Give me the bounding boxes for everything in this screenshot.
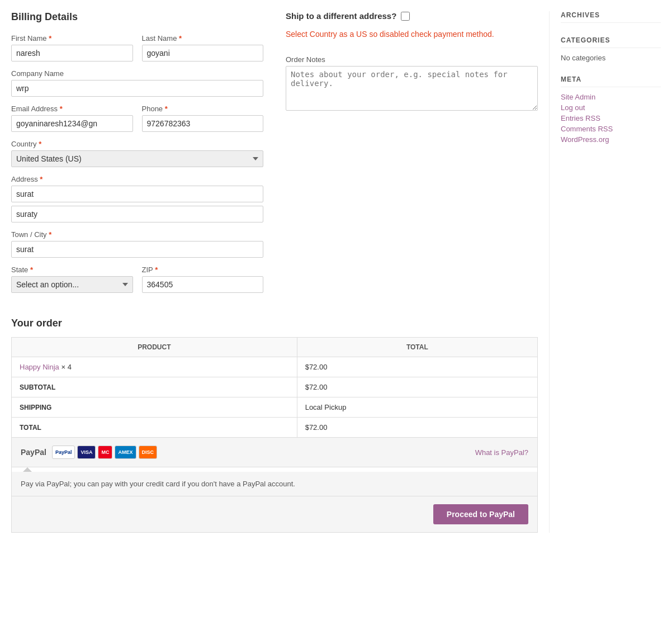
subtotal-row: SUBTOTAL $72.00 [12,377,538,397]
product-link[interactable]: Happy Ninja [20,363,59,371]
country-select[interactable]: United States (US) United Kingdom (UK) C… [11,150,263,167]
what-is-paypal-link[interactable]: What is PayPal? [475,448,528,457]
company-input[interactable] [11,80,263,97]
address1-input[interactable] [11,186,263,202]
first-name-input[interactable] [11,45,133,61]
product-qty: × 4 [61,363,71,371]
state-label: State * [11,266,133,274]
last-name-label: Last Name * [142,34,264,42]
paypal-description: Pay via PayPal; you can pay with your cr… [12,472,537,496]
town-label: Town / City * [11,230,263,239]
paypal-radio-label: PayPal [21,448,46,457]
entries-rss-link[interactable]: Entries RSS [561,114,661,122]
mastercard-badge: MC [98,446,112,459]
proceed-row: Proceed to PayPal [12,496,537,532]
payment-section: PayPal PayPal VISA MC AMEX DISC What is … [11,438,538,533]
shipping-value: Local Pickup [297,397,537,418]
col-product: PRODUCT [12,338,297,357]
zip-label: ZIP * [142,266,264,274]
amex-badge: AMEX [115,446,136,459]
phone-label: Phone * [142,105,264,113]
order-notes-label: Order Notes [286,55,538,64]
product-total: $72.00 [297,357,537,377]
your-order-title: Your order [11,318,538,329]
discover-badge: DISC [139,446,158,459]
phone-input[interactable] [142,115,264,132]
email-label: Email Address * [11,105,133,113]
shipping-row: SHIPPING Local Pickup [12,397,538,418]
total-value: $72.00 [297,418,537,438]
ship-different-checkbox[interactable] [401,12,410,21]
state-select[interactable]: Select an option... Alabama California F… [11,276,133,293]
billing-title: Billing Details [11,11,263,23]
proceed-to-paypal-button[interactable]: Proceed to PayPal [433,504,528,524]
meta-section: META Site Admin Log out Entries RSS Comm… [561,75,661,144]
table-row: Happy Ninja × 4 $72.00 [12,357,538,377]
meta-title: META [561,75,661,87]
shipping-label: SHIPPING [12,397,297,418]
total-row: TOTAL $72.00 [12,418,538,438]
payment-method-row: PayPal PayPal VISA MC AMEX DISC What is … [12,438,537,467]
comments-rss-link[interactable]: Comments RSS [561,125,661,133]
visa-badge: VISA [77,446,96,459]
company-label: Company Name [11,69,263,78]
order-table: PRODUCT TOTAL Happy Ninja × 4 $72.00 SUB… [11,337,538,438]
wordpress-org-link[interactable]: WordPress.org [561,135,661,144]
last-name-input[interactable] [142,45,264,61]
site-admin-link[interactable]: Site Admin [561,93,661,101]
paypal-arrow-indicator [23,467,32,472]
subtotal-value: $72.00 [297,377,537,397]
order-notes-textarea[interactable] [286,66,538,111]
sidebar: ARCHIVES CATEGORIES No categories META S… [549,11,661,533]
ship-different-label: Ship to a different address? [286,11,396,21]
categories-title: CATEGORIES [561,36,661,48]
email-input[interactable] [11,115,133,132]
total-label: TOTAL [12,418,297,438]
no-categories: No categories [561,54,661,62]
address-label: Address * [11,175,263,183]
subtotal-label: SUBTOTAL [12,377,297,397]
payment-method-left: PayPal PayPal VISA MC AMEX DISC [21,446,157,459]
paypal-cards: PayPal VISA MC AMEX DISC [52,446,157,459]
archives-section: ARCHIVES [561,11,661,23]
archives-title: ARCHIVES [561,11,661,23]
col-total: TOTAL [297,338,537,357]
country-notice: Select Country as a US so disabled check… [286,30,538,39]
town-input[interactable] [11,241,263,258]
first-name-label: First Name * [11,34,133,42]
categories-section: CATEGORIES No categories [561,36,661,62]
country-label: Country * [11,140,263,148]
address2-input[interactable] [11,206,263,222]
paypal-logo-badge: PayPal [52,446,75,459]
zip-input[interactable] [142,276,264,293]
log-out-link[interactable]: Log out [561,103,661,112]
